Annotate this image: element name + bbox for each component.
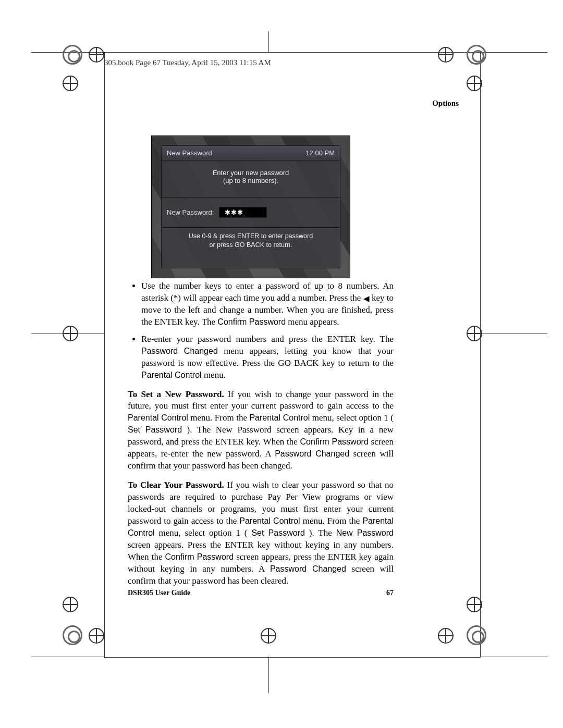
footer-title: DSR305 User Guide (128, 589, 190, 597)
bullet-list: Use the number keys to enter a password … (128, 280, 394, 381)
text-run: ). The (309, 528, 336, 538)
crop-line (31, 657, 104, 657)
crop-line (268, 657, 269, 693)
body-text: Use the number keys to enter a password … (128, 280, 394, 595)
osd-message-line: Enter your new password (166, 169, 336, 177)
osd-password-field[interactable]: ✱✱✱_ (219, 207, 267, 218)
crop-line (480, 657, 547, 657)
running-head: Options (432, 99, 459, 108)
tv-screenshot: New Password 12:00 PM Enter your new pas… (151, 135, 350, 278)
imprint-line: 305.book Page 67 Tuesday, April 15, 2003… (104, 58, 271, 67)
registration-mark-icon (63, 326, 78, 341)
crop-line (480, 52, 547, 53)
left-arrow-icon: ◀ (363, 293, 370, 304)
menu-name: Set Password (128, 425, 182, 434)
osd-panel: New Password 12:00 PM Enter your new pas… (161, 145, 340, 268)
text-run: menu. From the (303, 516, 363, 526)
page-footer: DSR305 User Guide 67 (128, 589, 394, 597)
text-run: menu, select option 1 ( (312, 413, 394, 423)
menu-name: Parental Control (128, 413, 188, 422)
osd-title-bar: New Password 12:00 PM (162, 146, 340, 161)
menu-name: Confirm Password (300, 437, 369, 446)
osd-message-line: (up to 8 numbers). (166, 177, 336, 184)
crop-line (480, 334, 547, 334)
osd-hint-line: or press GO BACK to return. (165, 241, 337, 250)
registration-mark-icon (63, 76, 78, 91)
text-run: menu. (204, 370, 226, 380)
menu-name: Parental Control (249, 413, 310, 422)
menu-name: Confirm Password (165, 552, 234, 561)
menu-name: Parental Control (239, 516, 300, 525)
paragraph-clear-password: To Clear Your Password. If you wish to c… (128, 479, 394, 587)
text-run: menu, select option 1 ( (159, 528, 248, 538)
page: 305.book Page 67 Tuesday, April 15, 2003… (0, 0, 563, 728)
para-lead: To Clear Your Password. (128, 480, 224, 490)
text-run: menu appears. (288, 317, 339, 327)
osd-message: Enter your new password (up to 8 numbers… (162, 161, 340, 198)
registration-mark-icon (89, 47, 104, 63)
osd-field-label: New Password: (167, 208, 214, 216)
menu-name: Parental Control (141, 371, 202, 379)
text-run: Re-enter your password numbers and press… (141, 334, 394, 344)
registration-mark-icon (467, 326, 482, 341)
menu-name: Password Changed (141, 347, 218, 355)
list-item: Use the number keys to enter a password … (141, 280, 394, 328)
para-lead: To Set a New Password. (128, 389, 224, 399)
menu-name: New Password (336, 528, 394, 537)
menu-name: Password Changed (270, 564, 346, 573)
registration-mark-icon (261, 628, 276, 644)
registration-mark-icon (89, 628, 104, 644)
crop-line (268, 31, 269, 52)
footer-page-number: 67 (386, 589, 394, 597)
text-run: Use the number keys to enter a password … (141, 281, 394, 303)
text-run: menu. From the (190, 413, 249, 423)
osd-hint-line: Use 0-9 & press ENTER to enter password (165, 232, 337, 241)
registration-mark-icon (467, 76, 482, 91)
osd-clock: 12:00 PM (305, 149, 335, 157)
registration-mark-icon (467, 597, 482, 612)
menu-name: Password Changed (275, 449, 349, 458)
list-item: Re-enter your password numbers and press… (141, 334, 394, 381)
registration-mark-icon (438, 628, 454, 644)
menu-name: Set Password (251, 528, 304, 537)
osd-input-row: New Password: ✱✱✱_ (162, 198, 340, 228)
osd-title: New Password (167, 149, 212, 157)
registration-mark-icon (438, 47, 454, 63)
paragraph-set-password: To Set a New Password. If you wish to ch… (128, 389, 394, 473)
menu-name: Confirm Password (217, 317, 286, 326)
osd-hint: Use 0-9 & press ENTER to enter password … (162, 228, 340, 255)
registration-mark-icon (63, 597, 78, 612)
